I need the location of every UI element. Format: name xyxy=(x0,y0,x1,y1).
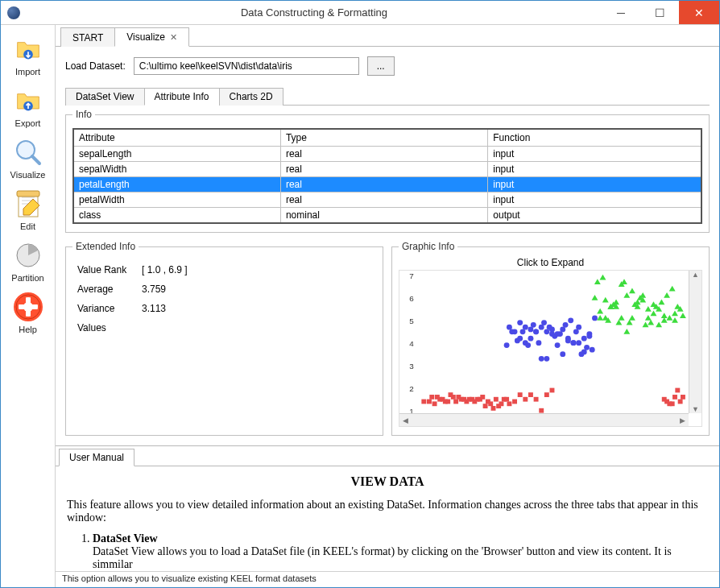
sidebar-label-export: Export xyxy=(15,118,41,128)
sidebar-label-edit: Edit xyxy=(20,222,35,231)
average-value: 3.759 xyxy=(142,284,166,295)
svg-point-110 xyxy=(576,340,581,346)
browse-button[interactable]: ... xyxy=(367,56,395,76)
svg-rect-59 xyxy=(488,401,493,406)
help-icon xyxy=(12,291,44,323)
svg-rect-44 xyxy=(534,397,539,402)
svg-rect-56 xyxy=(472,400,477,404)
svg-rect-68 xyxy=(681,395,685,400)
table-row[interactable]: petalWidthrealinput xyxy=(73,193,701,208)
svg-rect-50 xyxy=(441,397,445,402)
svg-text:4: 4 xyxy=(409,339,414,348)
tab-user-manual[interactable]: User Manual xyxy=(59,449,134,466)
svg-point-98 xyxy=(568,317,573,323)
svg-point-118 xyxy=(586,333,592,339)
svg-rect-51 xyxy=(445,400,450,404)
svg-point-116 xyxy=(528,336,533,342)
svg-rect-45 xyxy=(539,408,544,413)
svg-text:7: 7 xyxy=(409,271,413,280)
graphic-info-fieldset: Graphic Info Click to Expand 1234567 ▲▼ … xyxy=(391,241,710,436)
sidebar-item-import[interactable]: Import xyxy=(4,30,52,80)
svg-point-112 xyxy=(560,327,565,333)
svg-rect-23 xyxy=(421,400,426,404)
tab-close-icon[interactable]: ✕ xyxy=(170,32,177,43)
subtab-charts-2d[interactable]: Charts 2D xyxy=(219,88,283,106)
svg-rect-48 xyxy=(429,395,434,400)
svg-rect-62 xyxy=(504,397,509,402)
sidebar-item-export[interactable]: Export xyxy=(4,81,52,131)
info-legend: Info xyxy=(72,109,95,120)
titlebar: Data Constructing & Formatting ─ ☐ ✕ xyxy=(1,1,719,25)
svg-point-90 xyxy=(525,342,531,348)
col-attribute[interactable]: Attribute xyxy=(73,129,280,147)
svg-point-107 xyxy=(523,325,528,330)
svg-point-114 xyxy=(539,356,544,362)
attribute-table[interactable]: Attribute Type Function sepalLengthreali… xyxy=(72,128,702,224)
svg-rect-25 xyxy=(432,401,437,406)
sidebar-item-partition[interactable]: Partition xyxy=(4,236,52,286)
svg-text:3: 3 xyxy=(409,362,413,371)
svg-rect-40 xyxy=(512,400,517,404)
col-function[interactable]: Function xyxy=(488,129,701,147)
svg-point-80 xyxy=(555,342,561,348)
edit-icon xyxy=(12,188,44,220)
extended-info-legend: Extended Info xyxy=(72,241,139,252)
svg-text:6: 6 xyxy=(409,294,413,303)
chart-scrollbar-vertical[interactable]: ▲▼ xyxy=(689,271,701,413)
manual-heading: VIEW DATA xyxy=(67,474,708,489)
value-rank-label: Value Rank xyxy=(77,260,142,280)
svg-line-3 xyxy=(32,156,39,164)
col-type[interactable]: Type xyxy=(280,129,487,147)
subtab-attribute-info[interactable]: Attribute Info xyxy=(144,88,220,106)
table-row[interactable]: sepalWidthrealinput xyxy=(73,162,701,177)
tab-visualize[interactable]: Visualize ✕ xyxy=(114,27,189,47)
sidebar-item-visualize[interactable]: Visualize xyxy=(4,133,52,183)
svg-rect-58 xyxy=(483,404,488,408)
svg-point-101 xyxy=(584,345,590,350)
table-row[interactable]: petalLengthrealinput xyxy=(73,177,701,193)
svg-point-99 xyxy=(573,329,579,334)
table-row[interactable]: sepalLengthrealinput xyxy=(73,147,701,162)
svg-point-105 xyxy=(533,329,539,334)
svg-rect-43 xyxy=(528,392,533,397)
svg-rect-46 xyxy=(544,392,549,397)
sidebar: Import Export Visualize Edit Partition xyxy=(1,25,56,587)
svg-rect-57 xyxy=(478,397,482,402)
maximize-button[interactable]: ☐ xyxy=(640,1,679,24)
dataset-path-input[interactable] xyxy=(134,57,359,75)
svg-point-102 xyxy=(590,347,595,353)
variance-value: 3.113 xyxy=(142,303,166,314)
svg-rect-53 xyxy=(456,395,461,400)
svg-rect-52 xyxy=(451,395,456,400)
sidebar-item-help[interactable]: Help xyxy=(4,288,52,337)
visualize-icon xyxy=(12,136,44,168)
svg-point-115 xyxy=(581,336,587,342)
export-icon xyxy=(12,85,44,117)
tab-start[interactable]: START xyxy=(60,27,115,47)
svg-rect-61 xyxy=(499,401,504,406)
svg-rect-60 xyxy=(494,397,499,402)
chart-scrollbar-horizontal[interactable]: ◀▶ xyxy=(399,413,689,426)
svg-point-81 xyxy=(560,351,565,357)
svg-point-117 xyxy=(517,336,523,342)
user-manual-content: VIEW DATA This feature allows you to vie… xyxy=(56,466,719,571)
subtab-dataset-view[interactable]: DataSet View xyxy=(65,88,145,106)
partition-icon xyxy=(12,239,44,271)
svg-point-103 xyxy=(504,342,510,348)
close-button[interactable]: ✕ xyxy=(679,1,719,24)
sidebar-label-import: Import xyxy=(15,67,40,77)
minimize-button[interactable]: ─ xyxy=(602,1,640,24)
table-row[interactable]: classnominaloutput xyxy=(73,208,701,224)
load-dataset-label: Load Dataset: xyxy=(65,60,126,72)
svg-rect-54 xyxy=(461,397,466,402)
sidebar-item-edit[interactable]: Edit xyxy=(4,184,52,234)
svg-point-104 xyxy=(592,316,598,321)
scatter-chart[interactable]: 1234567 ▲▼ ◀▶ xyxy=(399,270,702,427)
manual-item-1: DataSet View DataSet View allows you to … xyxy=(93,532,708,571)
sidebar-label-visualize: Visualize xyxy=(10,170,46,180)
svg-text:2: 2 xyxy=(409,384,413,393)
svg-point-111 xyxy=(549,331,555,337)
svg-point-108 xyxy=(555,331,561,337)
values-label: Values xyxy=(77,318,142,337)
svg-rect-70 xyxy=(662,397,667,402)
